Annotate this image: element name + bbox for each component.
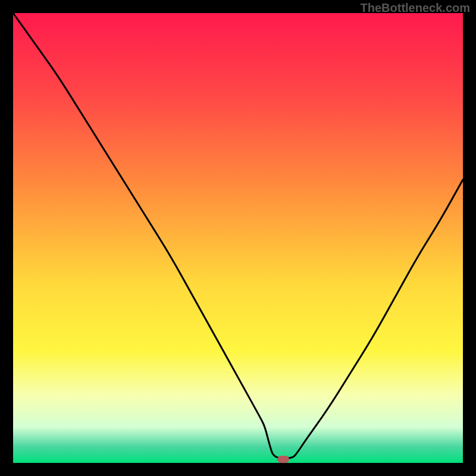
chart-area — [13, 13, 463, 463]
chart-marker — [277, 456, 289, 463]
chart-background — [13, 13, 463, 463]
watermark-text: TheBottleneck.com — [361, 1, 470, 15]
chart-svg — [13, 13, 463, 463]
